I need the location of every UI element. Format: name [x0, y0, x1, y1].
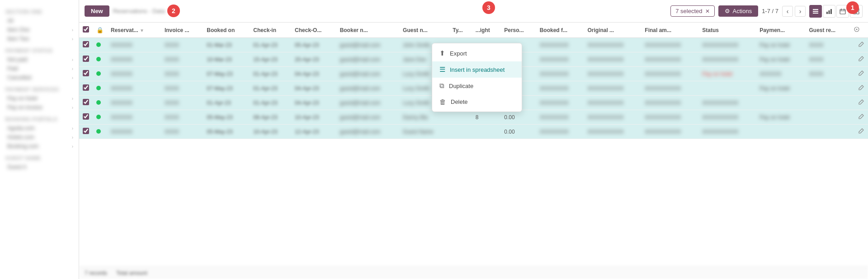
- duplicate-menu-item[interactable]: ⧉ Duplicate: [432, 78, 522, 94]
- col-checkout[interactable]: Check-O...: [291, 23, 336, 38]
- row-payment: Pay on hotel: [756, 38, 805, 52]
- sidebar-item-booking[interactable]: Booking.com ›: [0, 142, 79, 151]
- row-reservation: XXXXXX: [107, 81, 161, 96]
- row-dot-cell: [93, 67, 107, 81]
- row-dot-cell: [93, 81, 107, 96]
- col-original[interactable]: Original ...: [584, 23, 641, 38]
- row-checkin: 01-Apr-23: [250, 67, 291, 81]
- row-reservation: XXXXXX: [107, 67, 161, 81]
- row-guest-ref: [805, 125, 850, 139]
- col-final[interactable]: Final am...: [641, 23, 698, 38]
- edit-icon: [858, 99, 864, 105]
- row-edit-cell[interactable]: [850, 52, 868, 67]
- sidebar-item-2[interactable]: Item Two ›: [0, 34, 79, 43]
- row-checkout: 20-Apr-23: [291, 52, 336, 67]
- col-type[interactable]: Ty...: [449, 23, 472, 38]
- table-row: XXXXXX XXXX 05-May-23 08-Apr-23 10-Apr-2…: [79, 110, 868, 125]
- col-persons[interactable]: Perso...: [500, 23, 536, 38]
- calendar-icon: [840, 8, 846, 14]
- row-checkbox[interactable]: [83, 99, 89, 105]
- row-original: XXXXXXXXXX: [584, 52, 641, 67]
- col-checkin[interactable]: Check-in: [250, 23, 291, 38]
- sidebar: Section One All Item One › Item Two › Pa…: [0, 0, 79, 279]
- col-payment[interactable]: Paymen...: [756, 23, 805, 38]
- row-dot-cell: [93, 96, 107, 110]
- row-checkin: 01-Apr-23: [250, 38, 291, 52]
- edit-icon: [858, 56, 864, 62]
- row-checkbox[interactable]: [83, 84, 89, 91]
- delete-menu-item[interactable]: 🗑 Delete: [432, 94, 522, 110]
- row-checkout: 04-Apr-23: [291, 81, 336, 96]
- chevron-right-icon: ›: [72, 66, 73, 71]
- clear-selection-button[interactable]: ✕: [705, 8, 710, 14]
- svg-point-15: [856, 29, 858, 30]
- sidebar-item-hotels[interactable]: Hotels.com ›: [0, 133, 79, 142]
- row-reservation: XXXXXX: [107, 38, 161, 52]
- col-booked-on[interactable]: Booked on: [203, 23, 250, 38]
- col-guest-ref[interactable]: Guest re...: [805, 23, 850, 38]
- prev-page-button[interactable]: ‹: [782, 6, 793, 17]
- row-invoice: XXXX: [161, 52, 203, 67]
- sidebar-item-all[interactable]: All: [0, 16, 79, 25]
- row-status: XXXXXXXXXX: [698, 125, 756, 139]
- row-booked-on: 01-Mar-23: [203, 38, 250, 52]
- row-booked-from: XXXXXXXX: [536, 52, 584, 67]
- duplicate-label: Duplicate: [449, 83, 473, 89]
- next-page-button[interactable]: ›: [795, 6, 806, 17]
- sidebar-item-1[interactable]: Item One ›: [0, 25, 79, 34]
- row-type: [449, 110, 472, 125]
- col-booked-from[interactable]: Booked f...: [536, 23, 584, 38]
- row-edit-cell[interactable]: [850, 38, 868, 52]
- export-menu-item[interactable]: ⬆ Export: [432, 45, 522, 61]
- row-edit-cell[interactable]: [850, 67, 868, 81]
- row-guest-ref: XXXX: [805, 52, 850, 67]
- col-reservation[interactable]: Reservat... ▼: [107, 23, 161, 38]
- export-label: Export: [450, 50, 467, 57]
- sidebar-item-pay-hotel[interactable]: Pay on hotel ›: [0, 94, 79, 103]
- row-edit-cell[interactable]: [850, 81, 868, 96]
- col-status[interactable]: Status: [698, 23, 756, 38]
- row-edit-cell[interactable]: [850, 96, 868, 110]
- chart-view-button[interactable]: [823, 5, 835, 18]
- svg-rect-3: [826, 12, 828, 14]
- lock-icon: 🔒: [96, 27, 104, 33]
- status-dot: [96, 100, 101, 105]
- insert-spreadsheet-menu-item[interactable]: ☰ Insert in spreadsheet: [432, 61, 522, 78]
- row-payment: Pay on hotel: [756, 110, 805, 125]
- row-edit-cell[interactable]: [850, 125, 868, 139]
- row-checkbox[interactable]: [83, 70, 89, 76]
- sidebar-item-agoda[interactable]: Agoda.com ›: [0, 124, 79, 133]
- col-invoice[interactable]: Invoice ...: [161, 23, 203, 38]
- select-all-checkbox[interactable]: [83, 26, 89, 33]
- row-checkbox[interactable]: [83, 113, 89, 120]
- row-payment: Pay on hotel: [756, 81, 805, 96]
- row-checkbox[interactable]: [83, 56, 89, 62]
- sidebar-item-cancelled[interactable]: Cancelled ›: [0, 73, 79, 82]
- row-checkbox[interactable]: [83, 41, 89, 47]
- sidebar-item-not-paid[interactable]: Not paid ›: [0, 55, 79, 64]
- insert-spreadsheet-label: Insert in spreadsheet: [450, 66, 505, 73]
- row-invoice: XXXX: [161, 81, 203, 96]
- sidebar-item-paid[interactable]: Paid ›: [0, 64, 79, 73]
- row-reservation: XXXXXX: [107, 52, 161, 67]
- col-nights[interactable]: ...ight: [472, 23, 500, 38]
- row-final: XXXXXXXXXX: [641, 67, 698, 81]
- col-guest[interactable]: Guest n...: [399, 23, 449, 38]
- sidebar-item-guest-a[interactable]: Guest A: [0, 163, 79, 172]
- row-booked-on: 10-Mar-23: [203, 52, 250, 67]
- settings-icon: [854, 26, 860, 33]
- row-dot-cell: [93, 110, 107, 125]
- list-view-button[interactable]: [809, 5, 822, 18]
- actions-button[interactable]: ⚙ Actions: [718, 5, 759, 17]
- edit-icon: [858, 113, 864, 120]
- footer-total: Total amount: [116, 270, 147, 276]
- row-invoice: XXXX: [161, 67, 203, 81]
- row-status: XXXXXXXXXX: [698, 38, 756, 52]
- row-original: XXXXXXXXXX: [584, 96, 641, 110]
- col-booker[interactable]: Booker n...: [336, 23, 399, 38]
- row-edit-cell[interactable]: [850, 110, 868, 125]
- new-button[interactable]: New: [85, 5, 109, 17]
- row-checkbox[interactable]: [83, 128, 89, 134]
- row-original: XXXXXXXXXX: [584, 125, 641, 139]
- sidebar-item-pay-invoice[interactable]: Pay on invoice ›: [0, 103, 79, 112]
